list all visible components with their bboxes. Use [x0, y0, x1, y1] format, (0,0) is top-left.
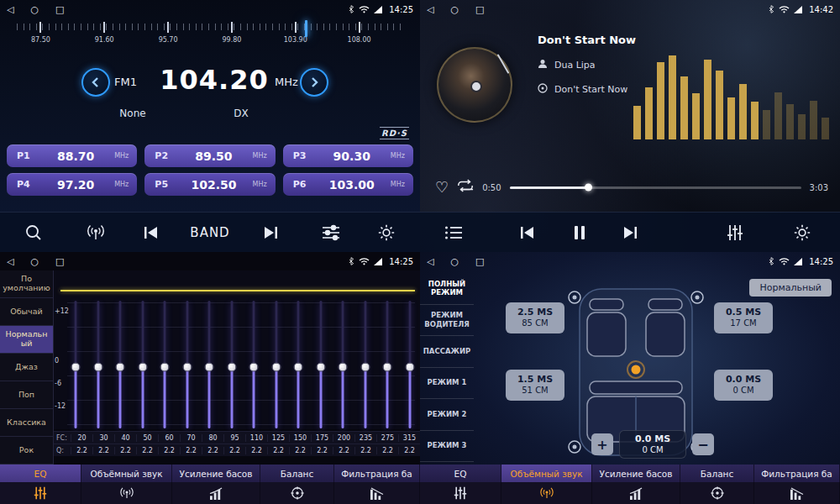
next-track-icon[interactable] [622, 226, 638, 239]
slider-knob[interactable] [227, 363, 236, 372]
delay-increase-button[interactable]: + [591, 433, 613, 455]
band-button[interactable]: BAND [190, 225, 229, 240]
pause-icon[interactable] [573, 225, 586, 240]
favorite-icon[interactable]: ♡ [435, 180, 449, 195]
slider-knob[interactable] [71, 363, 81, 372]
eq-band-slider[interactable] [249, 301, 259, 428]
tab-bass-boost[interactable]: Усиление басов [592, 465, 680, 504]
delay-decrease-button[interactable]: − [692, 433, 714, 455]
delay-front-right[interactable]: 0.5 MS 17 CM [714, 302, 773, 333]
radio-preset-button[interactable]: P3 90.30 MHz [283, 144, 413, 167]
slider-knob[interactable] [116, 363, 125, 372]
tune-down-button[interactable] [81, 68, 110, 97]
tab-filter[interactable]: Фильтрация ба [334, 465, 420, 504]
listening-mode-item[interactable]: ПАССАЖИР [420, 336, 474, 368]
settings-gear-icon[interactable] [377, 223, 396, 242]
radio-preset-button[interactable]: P2 89.50 MHz [144, 144, 275, 167]
slider-knob[interactable] [405, 363, 414, 372]
equalizer-icon[interactable] [727, 224, 743, 241]
tab-balance[interactable]: Баланс [680, 465, 754, 504]
tab-surround[interactable]: Объёмный звук [81, 465, 172, 504]
sliders-icon[interactable] [322, 224, 340, 241]
eq-band-slider[interactable] [160, 301, 170, 428]
delay-front-left[interactable]: 2.5 MS 85 CM [506, 302, 564, 333]
eq-band-slider[interactable] [204, 301, 214, 428]
eq-preset-item[interactable]: Нормальный [0, 326, 53, 354]
nav-back-icon[interactable]: ◁ [427, 4, 433, 15]
nav-recents-icon[interactable]: □ [55, 256, 64, 267]
tuning-pointer[interactable] [305, 20, 307, 37]
nav-recents-icon[interactable]: □ [475, 4, 484, 15]
nav-recents-icon[interactable]: □ [55, 4, 64, 15]
slider-knob[interactable] [138, 363, 147, 372]
delay-rear-right[interactable]: 0.0 MS 0 CM [714, 370, 773, 401]
eq-band-slider[interactable] [271, 301, 281, 428]
nav-home-icon[interactable]: ○ [450, 256, 459, 267]
tab-bass-boost[interactable]: Усиление басов [172, 465, 260, 504]
broadcast-icon[interactable] [86, 223, 106, 242]
progress-knob[interactable] [585, 184, 592, 192]
next-icon[interactable] [262, 226, 279, 239]
nav-home-icon[interactable]: ○ [30, 4, 39, 15]
tab-eq[interactable]: EQ [0, 465, 81, 504]
previous-track-icon[interactable] [519, 226, 536, 239]
slider-knob[interactable] [339, 363, 348, 372]
slider-knob[interactable] [294, 363, 303, 372]
listening-mode-item[interactable]: РЕЖИМ 3 [420, 431, 474, 463]
slider-knob[interactable] [160, 363, 170, 372]
eq-band-slider[interactable] [316, 301, 326, 428]
progress-bar[interactable] [510, 186, 801, 189]
slider-knob[interactable] [360, 363, 370, 372]
listening-mode-item[interactable]: ПОЛНЫЙ РЕЖИМ [420, 273, 474, 305]
eq-band-slider[interactable] [182, 301, 192, 428]
eq-band-slider[interactable] [293, 301, 303, 428]
radio-preset-button[interactable]: P1 88.70 MHz [7, 144, 137, 167]
eq-preset-item[interactable]: Обычай [0, 298, 53, 326]
eq-band-slider[interactable] [382, 301, 392, 428]
nav-home-icon[interactable]: ○ [450, 4, 459, 15]
settings-gear-icon[interactable] [793, 223, 811, 242]
playlist-icon[interactable] [444, 225, 463, 240]
slider-knob[interactable] [383, 363, 392, 372]
eq-preset-item[interactable]: Рок [0, 437, 53, 465]
nav-back-icon[interactable]: ◁ [7, 4, 13, 15]
frequency-ruler[interactable]: 87.50 91.60 95.70 99.80 103.90 108.00 [8, 22, 412, 52]
repeat-icon[interactable] [457, 179, 474, 196]
eq-band-slider[interactable] [227, 301, 237, 428]
nav-back-icon[interactable]: ◁ [7, 256, 13, 267]
radio-preset-button[interactable]: P5 102.50 MHz [144, 173, 275, 196]
tune-up-button[interactable] [300, 68, 328, 97]
eq-preset-item[interactable]: Джаз [0, 354, 53, 381]
tab-surround[interactable]: Объёмный звук [501, 465, 592, 504]
listening-mode-item[interactable]: РЕЖИМ ВОДИТЕЛЯ [420, 305, 474, 337]
listening-mode-item[interactable]: РЕЖИМ 1 [420, 368, 474, 400]
eq-preset-item[interactable]: Классика [0, 409, 53, 437]
slider-knob[interactable] [271, 363, 281, 372]
eq-band-slider[interactable] [338, 301, 348, 428]
delay-rear-left[interactable]: 1.5 MS 51 CM [506, 370, 564, 401]
tab-eq[interactable]: EQ [420, 465, 501, 504]
eq-preset-item[interactable]: Поп [0, 381, 53, 409]
nav-back-icon[interactable]: ◁ [427, 256, 433, 267]
slider-knob[interactable] [316, 363, 325, 372]
nav-recents-icon[interactable]: □ [475, 256, 484, 267]
slider-knob[interactable] [205, 363, 214, 372]
slider-knob[interactable] [93, 363, 102, 372]
eq-band-slider[interactable] [93, 301, 103, 428]
tab-balance[interactable]: Баланс [260, 465, 334, 504]
previous-icon[interactable] [143, 226, 160, 239]
nav-home-icon[interactable]: ○ [30, 256, 39, 267]
radio-preset-button[interactable]: P4 97.20 MHz [7, 173, 137, 196]
search-icon[interactable] [24, 223, 43, 242]
eq-band-slider[interactable] [405, 301, 415, 428]
eq-preset-item[interactable]: По умолчанию [0, 270, 53, 298]
eq-band-slider[interactable] [138, 301, 148, 428]
listening-mode-item[interactable]: РЕЖИМ 2 [420, 399, 474, 431]
tab-filter[interactable]: Фильтрация ба [754, 465, 840, 504]
slider-knob[interactable] [182, 363, 192, 372]
eq-band-slider[interactable] [71, 301, 81, 428]
radio-preset-button[interactable]: P6 103.00 MHz [283, 173, 413, 196]
eq-band-slider[interactable] [360, 301, 370, 428]
sound-profile-button[interactable]: Нормальный [749, 279, 832, 297]
slider-knob[interactable] [249, 363, 259, 372]
